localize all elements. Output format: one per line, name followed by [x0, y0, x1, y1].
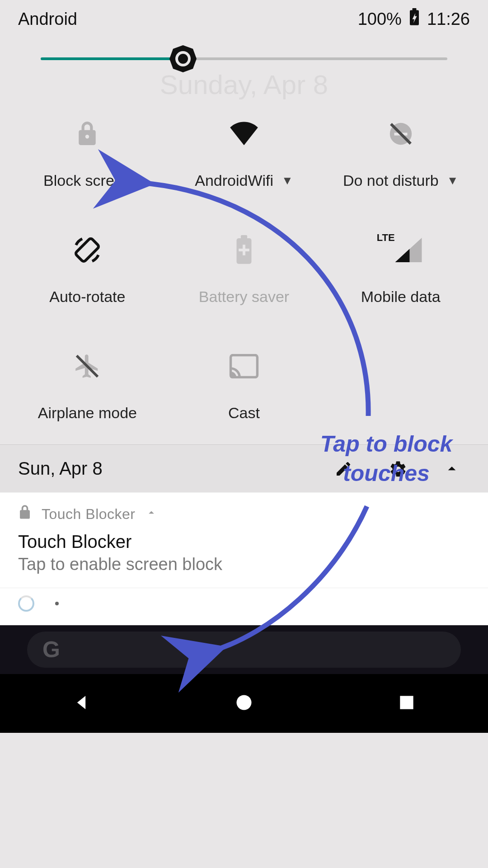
svg-rect-1	[412, 8, 416, 11]
status-bar: Android 100% 11:26	[0, 0, 488, 30]
tile-label: Battery saver	[199, 288, 289, 306]
tile-airplane[interactable]: Airplane mode	[9, 351, 166, 422]
tile-cast[interactable]: Cast	[166, 351, 323, 422]
tile-dnd[interactable]: Do not disturb ▼	[322, 118, 479, 189]
tile-auto-rotate[interactable]: Auto-rotate	[9, 235, 166, 306]
notification-touch-blocker[interactable]: Touch Blocker Touch Blocker Tap to enabl…	[0, 492, 488, 625]
tile-label: Auto-rotate	[49, 288, 125, 306]
tile-label: Airplane mode	[38, 404, 137, 422]
brightness-thumb-icon[interactable]	[169, 44, 197, 73]
svg-rect-19	[400, 696, 413, 709]
rotate-icon	[72, 235, 102, 265]
svg-point-18	[237, 695, 252, 710]
shade-date[interactable]: Sun, Apr 8	[18, 458, 334, 479]
notification-header: Touch Blocker	[18, 505, 470, 524]
tile-text: AndroidWifi	[195, 172, 273, 189]
wifi-icon	[228, 118, 260, 149]
clock: 11:26	[427, 9, 470, 29]
dot-icon	[55, 602, 59, 605]
battery-icon	[408, 8, 421, 30]
annotation-text: Tap to block touches	[316, 429, 456, 488]
carrier-label: Android	[18, 9, 77, 29]
notification-subtitle: Tap to enable screen block	[18, 555, 470, 574]
battery-percent: 100%	[358, 9, 402, 29]
svg-point-5	[178, 54, 188, 64]
home-search-strip: G	[0, 625, 488, 674]
lock-icon	[18, 505, 32, 524]
slider-fill	[41, 57, 183, 60]
airplane-off-icon	[73, 351, 101, 382]
chevron-up-icon[interactable]	[145, 506, 158, 523]
svg-point-17	[230, 374, 234, 378]
tile-text: Do not disturb	[343, 172, 439, 189]
wallpaper-date-ghost: Sunday, Apr 8	[0, 69, 488, 100]
tile-label: Mobile data	[361, 288, 441, 306]
slider-track	[41, 57, 447, 60]
svg-rect-12	[241, 235, 247, 239]
nav-home-icon[interactable]	[234, 693, 254, 714]
tile-label: Block screen	[43, 172, 131, 189]
nav-back-icon[interactable]	[71, 693, 91, 714]
google-g-icon: G	[42, 637, 60, 663]
svg-point-6	[85, 135, 89, 138]
navigation-bar	[0, 674, 488, 733]
tile-label[interactable]: Do not disturb ▼	[343, 172, 458, 189]
status-right: 100% 11:26	[358, 8, 470, 30]
nav-recents-icon[interactable]	[397, 693, 417, 714]
cast-icon	[229, 351, 259, 382]
chevron-down-icon: ▼	[282, 174, 293, 188]
battery-plus-icon	[235, 235, 253, 265]
signal-lte-icon: LTE	[380, 235, 422, 265]
tile-battery-saver[interactable]: Battery saver	[166, 235, 323, 306]
chevron-down-icon: ▼	[447, 174, 459, 188]
brightness-slider[interactable]	[0, 30, 488, 74]
lock-icon	[76, 118, 99, 149]
svg-marker-14	[395, 249, 409, 262]
tile-wifi[interactable]: AndroidWifi ▼	[166, 118, 323, 189]
annotation-line1: Tap to block	[320, 431, 453, 457]
notification-title: Touch Blocker	[18, 532, 470, 552]
tile-block-screen[interactable]: Block screen	[9, 118, 166, 189]
dnd-off-icon	[388, 118, 414, 149]
tile-label: Cast	[228, 404, 260, 422]
notification-app-name: Touch Blocker	[42, 506, 135, 523]
google-search-pill[interactable]: G	[27, 632, 461, 668]
spinner-icon	[18, 595, 34, 612]
notification-secondary	[18, 588, 470, 612]
tile-mobile-data[interactable]: LTE Mobile data	[322, 235, 479, 306]
quick-settings-grid: Block screen AndroidWifi ▼ Do not distur…	[0, 100, 488, 444]
annotation-line2: touches	[343, 461, 430, 486]
tile-label[interactable]: AndroidWifi ▼	[195, 172, 293, 189]
